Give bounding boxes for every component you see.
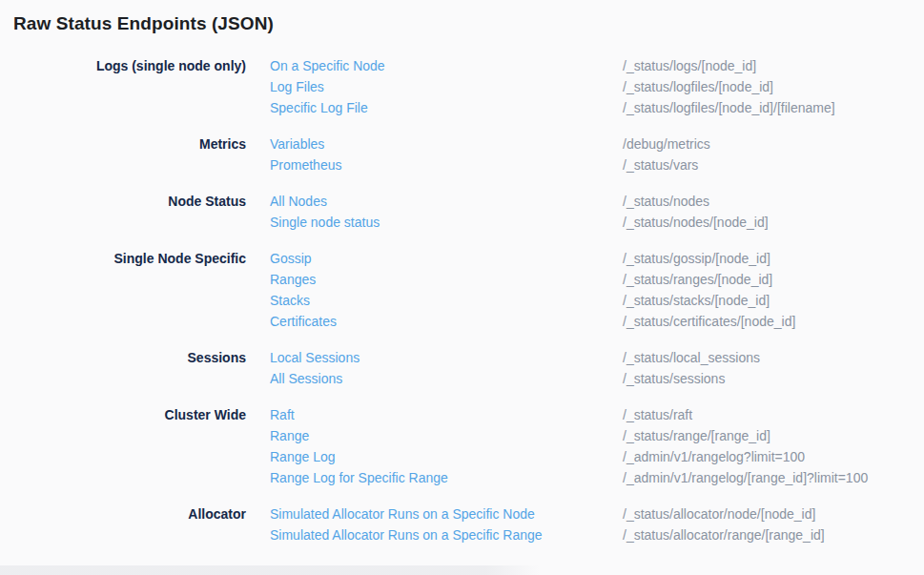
- endpoint-path: /_status/local_sessions: [623, 347, 924, 368]
- endpoint-path: /_status/logs/[node_id]: [623, 55, 924, 76]
- endpoint-link[interactable]: On a Specific Node: [270, 55, 385, 76]
- endpoint-group: Node Status All NodesSingle node status …: [13, 191, 924, 233]
- endpoint-path: /_status/logfiles/[node_id]: [623, 76, 924, 97]
- endpoints-column: /_status/local_sessions/_status/sessions: [623, 347, 924, 389]
- category-label: Metrics: [13, 133, 246, 175]
- endpoint-group: Metrics VariablesPrometheus /debug/metri…: [13, 133, 924, 175]
- endpoints-column: /_status/gossip/[node_id]/_status/ranges…: [623, 248, 924, 332]
- endpoint-link[interactable]: Raft: [270, 404, 295, 425]
- endpoint-group: Allocator Simulated Allocator Runs on a …: [13, 503, 924, 545]
- endpoint-path: /_status/allocator/range/[range_id]: [623, 524, 924, 545]
- endpoint-path: /_status/sessions: [623, 368, 924, 389]
- debug-endpoints-page: Raw Status Endpoints (JSON) Logs (single…: [0, 0, 924, 545]
- endpoint-path: /_status/raft: [623, 404, 924, 425]
- endpoint-link[interactable]: Range Log: [270, 446, 336, 467]
- category-label: Sessions: [13, 347, 246, 389]
- endpoint-link[interactable]: Gossip: [270, 248, 312, 269]
- links-column: VariablesPrometheus: [270, 133, 599, 175]
- bottom-shade-divider: [0, 565, 540, 575]
- endpoints-column: /_status/raft/_status/range/[range_id]/_…: [623, 404, 924, 488]
- endpoint-path: /_status/stacks/[node_id]: [623, 290, 924, 311]
- endpoints-table: Logs (single node only) On a Specific No…: [0, 55, 924, 545]
- endpoint-path: /_status/nodes/[node_id]: [623, 212, 924, 233]
- page-title: Raw Status Endpoints (JSON): [0, 0, 924, 33]
- endpoint-link[interactable]: Variables: [270, 133, 324, 154]
- links-column: Local SessionsAll Sessions: [270, 347, 599, 389]
- endpoint-link[interactable]: Certificates: [270, 311, 337, 332]
- links-column: Simulated Allocator Runs on a Specific N…: [270, 503, 599, 545]
- endpoint-group: Logs (single node only) On a Specific No…: [13, 55, 924, 118]
- endpoint-group: Cluster Wide RaftRangeRange LogRange Log…: [13, 404, 924, 488]
- endpoint-path: /_status/nodes: [623, 191, 924, 212]
- endpoint-path: /_status/certificates/[node_id]: [623, 311, 924, 332]
- endpoint-link[interactable]: Stacks: [270, 290, 310, 311]
- endpoint-link[interactable]: Specific Log File: [270, 97, 368, 118]
- endpoint-path: /_status/allocator/node/[node_id]: [623, 503, 924, 524]
- endpoint-path: /_status/ranges/[node_id]: [623, 269, 924, 290]
- endpoint-link[interactable]: Ranges: [270, 269, 316, 290]
- links-column: All NodesSingle node status: [270, 191, 599, 233]
- endpoints-column: /_status/logs/[node_id]/_status/logfiles…: [623, 55, 924, 118]
- endpoint-link[interactable]: Log Files: [270, 76, 324, 97]
- category-label: Single Node Specific: [13, 248, 246, 332]
- endpoint-path: /_status/gossip/[node_id]: [623, 248, 924, 269]
- endpoint-link[interactable]: Simulated Allocator Runs on a Specific N…: [270, 503, 535, 524]
- endpoint-link[interactable]: Range Log for Specific Range: [270, 467, 448, 488]
- endpoints-column: /debug/metrics/_status/vars: [623, 133, 924, 175]
- links-column: RaftRangeRange LogRange Log for Specific…: [270, 404, 599, 488]
- endpoint-link[interactable]: Local Sessions: [270, 347, 359, 368]
- endpoint-link[interactable]: All Sessions: [270, 368, 342, 389]
- endpoint-path: /debug/metrics: [623, 133, 924, 154]
- endpoints-column: /_status/nodes/_status/nodes/[node_id]: [623, 191, 924, 233]
- endpoint-link[interactable]: All Nodes: [270, 191, 327, 212]
- links-column: GossipRangesStacksCertificates: [270, 248, 599, 332]
- category-label: Logs (single node only): [13, 55, 246, 118]
- category-label: Allocator: [13, 503, 246, 545]
- endpoint-link[interactable]: Simulated Allocator Runs on a Specific R…: [270, 524, 543, 545]
- endpoint-path: /_status/logfiles/[node_id]/[filename]: [623, 97, 924, 118]
- category-label: Cluster Wide: [13, 404, 246, 488]
- endpoints-column: /_status/allocator/node/[node_id]/_statu…: [623, 503, 924, 545]
- category-label: Node Status: [13, 191, 246, 233]
- endpoint-group: Sessions Local SessionsAll Sessions /_st…: [13, 347, 924, 389]
- endpoint-link[interactable]: Single node status: [270, 212, 380, 233]
- endpoint-path: /_admin/v1/rangelog?limit=100: [623, 446, 924, 467]
- endpoint-link[interactable]: Prometheus: [270, 154, 341, 175]
- endpoint-path: /_status/range/[range_id]: [623, 425, 924, 446]
- endpoint-group: Single Node Specific GossipRangesStacksC…: [13, 248, 924, 332]
- endpoint-path: /_admin/v1/rangelog/[range_id]?limit=100: [623, 467, 924, 488]
- links-column: On a Specific NodeLog FilesSpecific Log …: [270, 55, 599, 118]
- endpoint-link[interactable]: Range: [270, 425, 309, 446]
- endpoint-path: /_status/vars: [623, 154, 924, 175]
